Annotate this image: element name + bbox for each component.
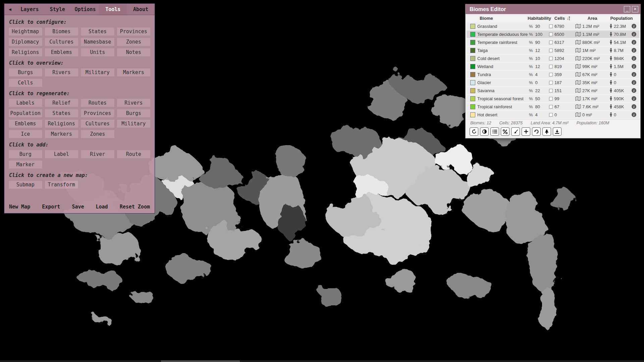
population-value[interactable]: 22.3M [614, 24, 626, 29]
horizontal-scrollbar[interactable] [0, 360, 644, 362]
reset-zoom-button[interactable]: Reset Zoom [120, 204, 150, 210]
info-icon[interactable]: i [632, 48, 636, 53]
habitability-value[interactable]: 90 [535, 40, 540, 45]
biome-color-swatch[interactable] [470, 32, 475, 37]
biome-color-swatch[interactable] [470, 64, 475, 69]
biome-color-swatch[interactable] [470, 104, 475, 109]
legend-button[interactable] [490, 127, 499, 136]
percentage-button[interactable] [501, 127, 509, 136]
tab-style[interactable]: Style [44, 4, 71, 15]
biome-row[interactable]: Grassland%3067801.2M mi²22.3Mi [467, 22, 639, 30]
habitability-value[interactable]: 4 [535, 72, 538, 77]
biome-row[interactable]: Taiga%1258921M mi²8.7Mi [467, 47, 639, 54]
info-icon[interactable]: i [632, 72, 636, 77]
paint-button[interactable] [511, 127, 520, 136]
biome-row[interactable]: Hot desert%400 mi²0i [467, 111, 639, 118]
biome-name-input[interactable]: Tropical seasonal forest [477, 96, 528, 101]
new-map-button[interactable]: New Map [9, 204, 30, 210]
military-button[interactable]: Military [80, 68, 115, 77]
population-value[interactable]: 0 [614, 112, 616, 117]
notes-button[interactable]: Notes [117, 48, 151, 57]
biomes-button[interactable]: Biomes [45, 27, 79, 36]
population-value[interactable]: 70.8M [614, 32, 626, 37]
diplomacy-button[interactable]: Diplomacy [8, 38, 43, 46]
emblems-button[interactable]: Emblems [45, 48, 79, 57]
lock-checkbox[interactable] [549, 97, 553, 101]
info-icon[interactable]: i [632, 88, 636, 93]
zones-button[interactable]: Zones [80, 130, 115, 138]
tab-about[interactable]: About [127, 4, 155, 15]
biome-name-input[interactable]: Grassland [477, 24, 528, 29]
biome-name-input[interactable]: Temperate deciduous forest [477, 32, 528, 37]
export-button[interactable]: Export [42, 204, 60, 210]
population-button[interactable]: Population [8, 109, 43, 118]
labels-button[interactable]: Labels [8, 99, 43, 107]
biome-row[interactable]: Savanna%2215127K mi²405Ki [467, 87, 639, 94]
population-value[interactable]: 0 [614, 72, 616, 77]
population-value[interactable]: 54.1M [614, 40, 626, 45]
rivers-button[interactable]: Rivers [45, 68, 79, 77]
lock-checkbox[interactable] [549, 113, 553, 117]
info-icon[interactable]: i [632, 56, 636, 61]
population-value[interactable]: 8.7M [614, 48, 624, 53]
burgs-button[interactable]: Burgs [117, 109, 151, 118]
biome-name-input[interactable]: Taiga [477, 48, 528, 53]
info-icon[interactable]: i [632, 24, 636, 28]
habitability-value[interactable]: 0 [535, 80, 538, 85]
habitability-value[interactable]: 30 [535, 24, 540, 29]
biome-name-input[interactable]: Tropical rainforest [477, 104, 528, 109]
contrast-button[interactable] [480, 127, 489, 136]
units-button[interactable]: Units [80, 48, 115, 57]
biome-row[interactable]: Tundra%435967K mi²0i [467, 71, 639, 78]
recolor-button[interactable] [470, 127, 478, 136]
biome-name-input[interactable]: Cold desert [477, 56, 528, 61]
cells-button[interactable]: Cells [8, 78, 43, 87]
population-value[interactable]: 1.5M [614, 64, 624, 69]
habitability-value[interactable]: 10 [535, 56, 540, 61]
minimize-button[interactable]: _ [624, 6, 630, 12]
biome-color-swatch[interactable] [470, 48, 475, 53]
label-button[interactable]: Label [45, 150, 79, 159]
info-icon[interactable]: i [632, 32, 636, 37]
submap-button[interactable]: Submap [8, 180, 43, 189]
markers-button[interactable]: Markers [45, 130, 79, 138]
biome-color-swatch[interactable] [470, 80, 475, 85]
habitability-value[interactable]: 100 [535, 32, 543, 37]
biome-color-swatch[interactable] [470, 96, 475, 101]
biome-color-swatch[interactable] [470, 40, 475, 45]
tab-options[interactable]: Options [71, 4, 99, 15]
habitability-value[interactable]: 4 [535, 112, 538, 117]
info-icon[interactable]: i [632, 104, 636, 109]
lock-checkbox[interactable] [549, 65, 553, 68]
info-icon[interactable]: i [632, 40, 636, 45]
biome-row[interactable]: Tropical seasonal forest%509917K mi²590K… [467, 95, 639, 102]
biome-name-input[interactable]: Hot desert [477, 112, 528, 117]
biome-color-swatch[interactable] [470, 24, 475, 29]
biome-name-input[interactable]: Wetland [477, 64, 528, 69]
info-icon[interactable]: i [632, 64, 636, 69]
info-icon[interactable]: i [632, 96, 636, 101]
sort-numeric-icon[interactable]: ↓ 91 [567, 16, 570, 21]
biome-name-input[interactable]: Glacier [477, 80, 528, 85]
vegetation-button[interactable] [542, 127, 551, 136]
population-value[interactable]: 458K [614, 104, 624, 109]
biome-name-input[interactable]: Savanna [477, 88, 528, 93]
habitability-value[interactable]: 12 [535, 48, 540, 53]
burg-button[interactable]: Burg [8, 150, 43, 159]
transform-button[interactable]: Transform [45, 180, 79, 189]
emblems-button[interactable]: Emblems [8, 119, 43, 128]
restore-button[interactable] [532, 127, 541, 136]
habitability-value[interactable]: 12 [535, 64, 540, 69]
ice-button[interactable]: Ice [8, 130, 43, 138]
habitability-value[interactable]: 22 [535, 88, 540, 93]
collapse-menu-icon[interactable]: ◀ [4, 4, 16, 15]
lock-checkbox[interactable] [549, 49, 553, 52]
biome-color-swatch[interactable] [470, 56, 475, 61]
biome-row[interactable]: Wetland%1281999K mi²1.5Mi [467, 63, 639, 70]
routes-button[interactable]: Routes [80, 99, 115, 107]
lock-checkbox[interactable] [549, 73, 553, 76]
states-button[interactable]: States [45, 109, 79, 118]
habitability-value[interactable]: 50 [535, 96, 540, 101]
marker-button[interactable]: Marker [8, 160, 43, 169]
biome-color-swatch[interactable] [470, 72, 475, 77]
